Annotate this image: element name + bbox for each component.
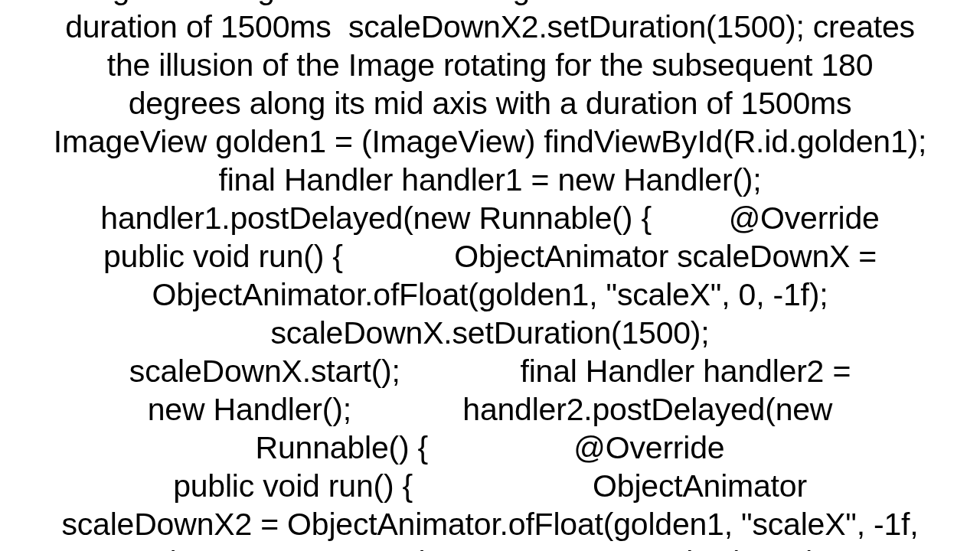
body-text: degrees along its mid axis along its mid… bbox=[15, 0, 965, 551]
document-viewport: degrees along its mid axis along its mid… bbox=[0, 0, 980, 551]
